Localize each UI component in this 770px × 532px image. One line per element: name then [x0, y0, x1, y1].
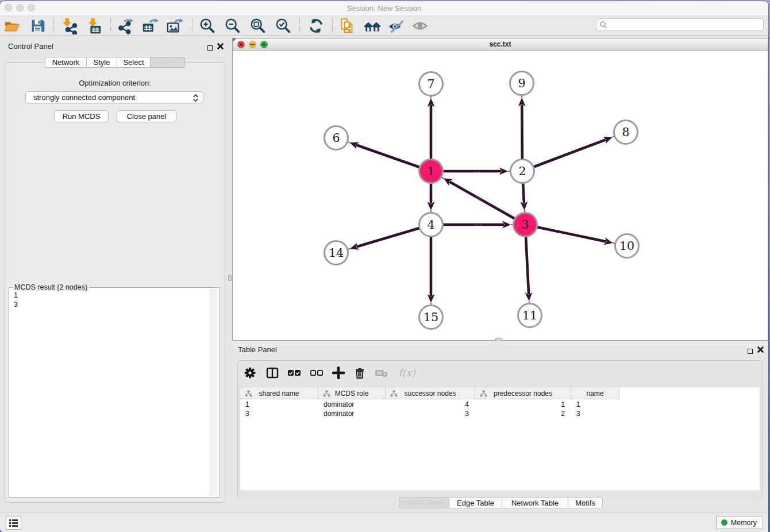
graph-edge-label: 4 (-) 3	[475, 223, 482, 226]
function-builder-button[interactable]: f(x)	[394, 364, 419, 382]
network-canvas[interactable]: 1 (-) 23 (-) 14 (-) 31234678910111415	[233, 51, 768, 340]
search-input[interactable]	[608, 20, 763, 30]
column-header-predecessor-nodes[interactable]: predecessor nodes	[475, 387, 571, 399]
save-session-button[interactable]	[28, 17, 48, 35]
graph-node-label: 7	[427, 77, 434, 91]
task-history-button[interactable]	[6, 516, 21, 530]
split-columns-button[interactable]	[263, 364, 282, 382]
table-panel: Table Panel	[230, 342, 768, 511]
tab-network[interactable]: Network	[45, 57, 87, 68]
trash-icon	[353, 367, 366, 379]
eye-slash-icon	[387, 17, 406, 34]
delete-column-button[interactable]	[351, 364, 369, 382]
close-icon	[217, 43, 224, 49]
node-table[interactable]: shared nameMCDS rolesuccessor nodesprede…	[240, 387, 760, 491]
tab-motifs[interactable]: Motifs	[568, 497, 603, 508]
tab-mcds[interactable]: MCDS	[151, 57, 185, 68]
export-network-button[interactable]	[116, 17, 136, 35]
column-header-shared-name[interactable]: shared name	[240, 387, 318, 399]
toolbar-separator	[53, 18, 54, 33]
table-panel-tabs: Node TableEdge TableNetwork TableMotifs	[399, 497, 603, 508]
memory-button[interactable]: Memory	[716, 516, 763, 529]
close-panel-button[interactable]: Close panel	[117, 110, 176, 122]
graph-node-label: 15	[424, 310, 438, 324]
table-toolbar: f(x)	[238, 361, 762, 385]
refresh-view-button[interactable]	[306, 17, 326, 35]
zoom-selected-icon	[275, 17, 292, 34]
task-list-icon	[9, 519, 18, 527]
tab-edge-table[interactable]: Edge Table	[449, 497, 502, 508]
tab-select[interactable]: Select	[117, 57, 151, 68]
table-row[interactable]: 3dominator323	[240, 409, 619, 418]
fit-content-button[interactable]	[248, 17, 268, 35]
table-panel-close-button[interactable]	[757, 345, 764, 355]
network-graph: 1 (-) 23 (-) 14 (-) 31234678910111415	[233, 51, 768, 340]
open-folder-icon	[3, 17, 21, 34]
eye-icon	[411, 17, 429, 34]
frame-titlebar[interactable]: scc.txt	[233, 38, 768, 51]
memory-status-dot	[721, 519, 727, 526]
column-header-successor-nodes[interactable]: successor nodes	[386, 387, 475, 399]
table-cell[interactable]: 1	[571, 400, 619, 409]
control-panel-float-button[interactable]	[207, 43, 213, 53]
export-image-button[interactable]	[165, 17, 184, 35]
delete-table-icon	[375, 367, 388, 379]
table-cell[interactable]: 3	[571, 409, 619, 418]
delete-table-button[interactable]	[372, 364, 391, 382]
import-network-button[interactable]	[60, 17, 79, 35]
deselect-all-columns-button[interactable]	[307, 364, 326, 382]
add-column-button[interactable]	[329, 364, 348, 382]
toolbar-separator	[192, 18, 192, 33]
table-cell[interactable]: 3	[240, 409, 318, 418]
column-type-icon	[245, 390, 252, 397]
tab-network-table[interactable]: Network Table	[502, 497, 568, 508]
mcds-result-title: MCDS result (2 nodes)	[13, 283, 89, 291]
graph-edge[interactable]	[449, 182, 525, 225]
table-cell[interactable]: 3	[386, 409, 475, 418]
table-cell[interactable]: 2	[475, 409, 571, 418]
table-cell[interactable]: dominator	[318, 400, 386, 409]
table-cell[interactable]: dominator	[318, 409, 386, 418]
control-panel-close-button[interactable]	[217, 41, 224, 52]
table-panel-title: Table Panel	[238, 345, 277, 354]
table-header-row: shared nameMCDS rolesuccessor nodesprede…	[240, 387, 619, 399]
table-cell[interactable]: 1	[475, 400, 571, 409]
run-mcds-button[interactable]: Run MCDS	[54, 110, 109, 122]
tab-node-table[interactable]: Node Table	[399, 497, 449, 508]
criterion-select[interactable]: strongly connected component	[25, 91, 203, 103]
control-panel: Control Panel NetworkStyleSelectMCDS Opt…	[0, 36, 228, 512]
tab-style[interactable]: Style	[87, 57, 117, 68]
table-panel-float-button[interactable]	[748, 346, 753, 356]
result-scrollbar[interactable]	[210, 289, 218, 496]
plus-icon	[332, 367, 345, 379]
table-cell[interactable]: 1	[240, 400, 318, 409]
zoom-in-button[interactable]	[198, 17, 217, 35]
import-network-icon	[61, 17, 78, 34]
column-header-name[interactable]: name	[571, 387, 619, 399]
first-neighbors-button[interactable]	[363, 17, 382, 35]
table-settings-button[interactable]	[241, 364, 259, 382]
optimization-criterion-label: Optimization criterion:	[5, 79, 225, 87]
column-header-MCDS-role[interactable]: MCDS role	[318, 387, 386, 399]
graph-edge[interactable]	[522, 140, 606, 171]
show-details-button[interactable]	[410, 17, 430, 35]
combo-arrows-icon	[192, 94, 199, 102]
search-box[interactable]	[596, 18, 764, 31]
zoom-out-button[interactable]	[223, 17, 242, 35]
clone-network-button[interactable]	[337, 17, 357, 35]
export-image-icon	[166, 17, 183, 34]
import-table-button[interactable]	[84, 17, 103, 35]
open-file-button[interactable]	[2, 17, 22, 35]
select-all-columns-button[interactable]	[285, 364, 303, 382]
mcds-result-text[interactable]: 1 3	[14, 291, 18, 309]
unchecked-boxes-icon	[310, 367, 324, 379]
float-icon	[207, 45, 213, 51]
hide-details-button[interactable]	[387, 17, 406, 35]
vertical-splitter-knob[interactable]	[228, 275, 232, 281]
export-table-button[interactable]	[140, 17, 160, 35]
main-area: Control Panel NetworkStyleSelectMCDS Opt…	[0, 36, 768, 512]
zoom-selected-button[interactable]	[274, 17, 293, 35]
horizontal-splitter-knob[interactable]	[495, 338, 502, 341]
table-row[interactable]: 1dominator411	[240, 400, 619, 409]
table-cell[interactable]: 4	[386, 400, 475, 409]
